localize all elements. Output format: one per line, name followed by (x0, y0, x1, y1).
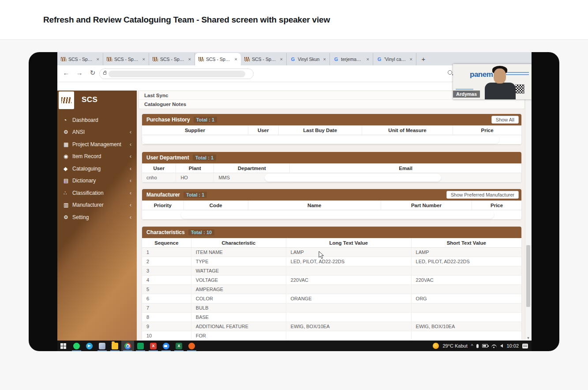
scs-app-page: SCS ◔ Dashboard ⚙ ANSI ‹ ▦ Project Manag… (57, 82, 532, 341)
cell-characteristic: COLOR (191, 294, 286, 303)
tab-scs-2[interactable]: SCS - Spare × (103, 53, 149, 65)
sitemap-icon: ∴ (64, 190, 72, 196)
zoom-lens-icon[interactable] (448, 70, 452, 75)
record-icon: ◉ (64, 153, 72, 159)
scs-favicon-icon (198, 57, 204, 61)
manufacturer-thead: Priority Code Name Part Number Price (142, 201, 521, 210)
speaker-webcam: panem Ardymas (453, 64, 532, 99)
notification-center-icon[interactable] (522, 344, 528, 348)
table-row: 8 BASE (142, 313, 521, 322)
sidebar-item-cataloguing[interactable]: ◆ Cataloguing ‹ (57, 163, 137, 175)
page-scrollbar[interactable]: ▾ (525, 82, 531, 341)
forward-icon[interactable]: → (75, 69, 84, 76)
tab-google-terjemahan[interactable]: G terjemahan × (330, 53, 373, 65)
sidebar-item-label: Classification (72, 190, 104, 196)
sidebar-item-dashboard[interactable]: ◔ Dashboard (57, 114, 137, 126)
user-department-header: User Department Total : 1 (142, 152, 521, 163)
scs-logo (59, 91, 74, 109)
cell-characteristic: FOR (191, 331, 286, 340)
taskbar-zoom[interactable] (160, 341, 172, 351)
sidebar-item-item-record[interactable]: ◉ Item Record ‹ (57, 151, 137, 163)
tab-scs-1[interactable]: SCS - Spare × (57, 53, 103, 65)
scroll-down-icon[interactable]: ▾ (525, 336, 531, 340)
column-header: Supplier (142, 125, 248, 135)
cell-long-text: 220VAC (286, 276, 412, 284)
cell-long-text: ORANGE (286, 294, 412, 303)
chevron-left-icon: ‹ (130, 129, 131, 135)
tab-google-vinyl-cable[interactable]: G 'Vinyl cable × (373, 53, 416, 65)
sidebar-item-classification[interactable]: ∴ Classification ‹ (57, 187, 137, 199)
tab-close-icon[interactable]: × (366, 57, 370, 62)
cell-short-text (412, 266, 521, 275)
cell-long-text: EWIG, BOX/10EA (286, 322, 412, 331)
taskbar-chrome[interactable] (121, 341, 134, 351)
tray-expand-icon[interactable]: ^ (471, 344, 473, 348)
taskbar-whatsapp[interactable] (70, 341, 83, 351)
tab-scs-5[interactable]: SCS - Spare × (241, 53, 287, 65)
scrollbar-thumb[interactable] (526, 245, 530, 307)
section-title: Purchase History (146, 117, 190, 123)
sidebar-item-dictionary[interactable]: ▤ Dictionary ‹ (57, 175, 137, 187)
new-tab-button[interactable]: + (418, 54, 429, 64)
tab-google-vinyl-skun[interactable]: G Vinyl Skun × (287, 53, 330, 65)
reload-icon[interactable]: ↻ (88, 69, 97, 77)
battery-icon[interactable] (482, 344, 488, 348)
sidebar-item-setting[interactable]: ⚙ Setting ‹ (57, 211, 137, 223)
building-icon: ▥ (64, 202, 72, 208)
redaction-blob (265, 174, 441, 182)
sidebar-item-ansi[interactable]: ⚙ ANSI ‹ (57, 126, 137, 139)
start-button[interactable] (57, 341, 70, 351)
chevron-left-icon: ‹ (130, 166, 131, 172)
tab-scs-4-active[interactable]: SCS - Spare × (195, 53, 241, 65)
taskbar-whatsapp-desktop[interactable] (134, 341, 147, 351)
excel-icon: X (176, 343, 182, 349)
table-row: 10 FOR (142, 331, 521, 341)
column-header: Name (248, 201, 381, 210)
tab-close-icon[interactable]: × (234, 57, 238, 62)
cell-long-text (286, 285, 412, 294)
wifi-icon[interactable] (491, 345, 497, 348)
sidebar-item-project-management[interactable]: ▦ Project Management ‹ (57, 138, 137, 151)
tab-close-icon[interactable]: × (187, 57, 192, 62)
windows-logo-icon (60, 343, 67, 349)
taskbar-orange-app[interactable] (185, 341, 198, 351)
address-bar[interactable] (99, 68, 254, 79)
tab-close-icon[interactable]: × (409, 57, 413, 62)
show-all-button[interactable]: Show All (491, 116, 519, 124)
taskbar-excel[interactable]: X (172, 341, 185, 351)
tab-close-icon[interactable]: × (322, 57, 327, 62)
characteristics-thead: Sequence Characteristic Long Text Value … (142, 238, 521, 248)
column-header: Department (214, 163, 290, 173)
characteristics-card: Characteristics Total : 10 Sequence Char… (142, 227, 521, 341)
gear-icon: ⚙ (64, 214, 72, 220)
cell-sequence: 1 (142, 248, 191, 257)
tab-scs-3[interactable]: SCS - Spare × (149, 53, 195, 65)
tab-close-icon[interactable]: × (96, 57, 100, 62)
redaction-blob (181, 211, 494, 219)
taskbar-red-app[interactable]: X (147, 341, 160, 351)
table-icon: ▦ (64, 141, 72, 148)
show-preferred-manufacturer-button[interactable]: Show Preferred Manufacturer (446, 191, 519, 199)
taskbar-file-explorer[interactable] (109, 341, 121, 351)
tab-label: SCS - Spare (160, 57, 185, 62)
chrome-icon (124, 343, 131, 349)
purchase-history-thead: Supplier User Last Buy Date Unit of Meas… (142, 125, 521, 135)
table-row: 2 TYPE LED, PILOT, AD22-22DS LED, PILOT,… (142, 257, 521, 266)
speaker-icon[interactable] (500, 344, 503, 348)
brand-row: SCS (57, 91, 137, 110)
meeting-title: Refresh and Review Cataloguing Team - Sh… (43, 15, 330, 25)
tab-label: 'Vinyl cable (384, 57, 407, 62)
taskbar-telegram[interactable] (83, 341, 96, 351)
tab-close-icon[interactable]: × (279, 57, 284, 62)
tab-close-icon[interactable]: × (142, 57, 146, 62)
sidebar-item-manufacturer[interactable]: ▥ Manufacturer ‹ (57, 199, 137, 212)
taskbar-notepad[interactable] (96, 341, 109, 351)
cell-sequence: 3 (142, 266, 191, 275)
folder-icon (112, 343, 118, 349)
cell-short-text (412, 313, 521, 322)
cell-short-text (412, 303, 521, 312)
red-x-app-icon: X (150, 343, 157, 349)
back-icon[interactable]: ← (62, 69, 71, 76)
microphone-icon[interactable] (476, 344, 479, 348)
cell-user: cnho (142, 173, 176, 182)
